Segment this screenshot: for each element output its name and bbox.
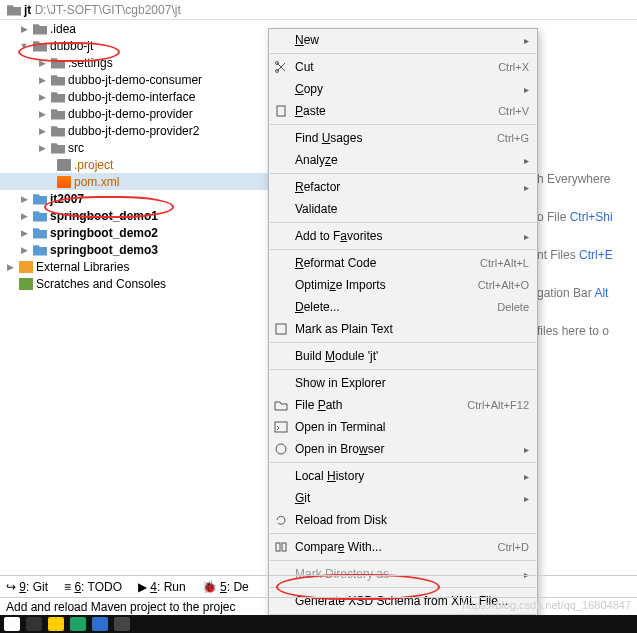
folder-icon <box>274 398 288 412</box>
folder-icon <box>33 23 47 35</box>
tree-node-src[interactable]: src <box>0 139 268 156</box>
taskbar-app-icon[interactable] <box>70 617 86 631</box>
menu-build-module[interactable]: Build Module 'jt' <box>269 345 537 367</box>
taskbar-app-icon[interactable] <box>92 617 108 631</box>
library-icon <box>19 261 33 273</box>
menu-separator <box>270 249 536 250</box>
module-icon <box>33 227 47 239</box>
tree-node-dubbo-jt[interactable]: dubbo-jt <box>0 37 268 54</box>
chevron-right-icon[interactable] <box>4 262 16 272</box>
chevron-down-icon[interactable] <box>18 41 30 51</box>
project-path: D:\JT-SOFT\GIT\cgb2007\jt <box>35 3 181 17</box>
background-hints: h Everywhere o File Ctrl+Shi nt Files Ct… <box>537 160 637 350</box>
menu-validate[interactable]: Validate <box>269 198 537 220</box>
terminal-icon <box>274 420 288 434</box>
tool-window-bar[interactable]: ↪ 9: Git ≡ 6: TODO ▶ 4: Run 🐞 5: De <box>0 575 637 597</box>
chevron-right-icon[interactable] <box>36 92 48 102</box>
scratches-icon <box>19 278 33 290</box>
toolwin-git[interactable]: ↪ 9: Git <box>6 580 48 594</box>
menu-open-browser[interactable]: Open in Browser <box>269 438 537 460</box>
tree-node-sb3[interactable]: springboot_demo3 <box>0 241 268 258</box>
tree-node-consumer[interactable]: dubbo-jt-demo-consumer <box>0 71 268 88</box>
project-name: jt <box>24 3 31 17</box>
taskbar-search-icon[interactable] <box>26 617 42 631</box>
menu-delete[interactable]: Delete...Delete <box>269 296 537 318</box>
menu-cut[interactable]: CutCtrl+X <box>269 56 537 78</box>
chevron-right-icon[interactable] <box>36 126 48 136</box>
svg-rect-7 <box>282 543 286 551</box>
chevron-right-icon[interactable] <box>36 143 48 153</box>
menu-file-path[interactable]: File PathCtrl+Alt+F12 <box>269 394 537 416</box>
menu-show-explorer[interactable]: Show in Explorer <box>269 372 537 394</box>
tree-node-settings[interactable]: .settings <box>0 54 268 71</box>
menu-separator <box>270 53 536 54</box>
scissors-icon <box>274 60 288 74</box>
chevron-right-icon[interactable] <box>18 194 30 204</box>
tree-node-provider[interactable]: dubbo-jt-demo-provider <box>0 105 268 122</box>
toolwin-run[interactable]: ▶ 4: Run <box>138 580 186 594</box>
tree-node-sb1[interactable]: springboot_demo1 <box>0 207 268 224</box>
menu-plain-text[interactable]: Mark as Plain Text <box>269 318 537 340</box>
toolwin-todo[interactable]: ≡ 6: TODO <box>64 580 122 594</box>
svg-point-5 <box>276 444 286 454</box>
menu-new[interactable]: New <box>269 29 537 51</box>
tree-node-pom[interactable]: pom.xml <box>0 173 268 190</box>
project-tree[interactable]: .idea dubbo-jt .settings dubbo-jt-demo-c… <box>0 20 268 292</box>
svg-rect-4 <box>275 422 287 432</box>
taskbar-app-icon[interactable] <box>114 617 130 631</box>
taskbar-app-icon[interactable] <box>48 617 64 631</box>
folder-icon <box>51 125 65 137</box>
folder-icon <box>51 108 65 120</box>
menu-separator <box>270 369 536 370</box>
menu-copy[interactable]: Copy <box>269 78 537 100</box>
menu-find-usages[interactable]: Find UsagesCtrl+G <box>269 127 537 149</box>
menu-reload-disk[interactable]: Reload from Disk <box>269 509 537 531</box>
menu-separator <box>270 342 536 343</box>
menu-refactor[interactable]: Refactor <box>269 176 537 198</box>
menu-separator <box>270 124 536 125</box>
tree-node-scratches[interactable]: Scratches and Consoles <box>0 275 268 292</box>
menu-open-terminal[interactable]: Open in Terminal <box>269 416 537 438</box>
folder-icon <box>51 91 65 103</box>
tree-node-ext-libraries[interactable]: External Libraries <box>0 258 268 275</box>
windows-taskbar[interactable] <box>0 615 637 633</box>
file-icon <box>57 159 71 171</box>
folder-icon <box>51 74 65 86</box>
chevron-right-icon[interactable] <box>18 228 30 238</box>
tree-node-sb2[interactable]: springboot_demo2 <box>0 224 268 241</box>
menu-separator <box>270 533 536 534</box>
chevron-right-icon[interactable] <box>18 24 30 34</box>
module-icon <box>33 193 47 205</box>
diff-icon <box>274 540 288 554</box>
menu-local-history[interactable]: Local History <box>269 465 537 487</box>
tree-node-project-file[interactable]: .project <box>0 156 268 173</box>
menu-paste[interactable]: PasteCtrl+V <box>269 100 537 122</box>
menu-favorites[interactable]: Add to Favorites <box>269 225 537 247</box>
tree-node-idea[interactable]: .idea <box>0 20 268 37</box>
toolwin-debug[interactable]: 🐞 5: De <box>202 580 249 594</box>
svg-rect-6 <box>276 543 280 551</box>
tree-node-interface[interactable]: dubbo-jt-demo-interface <box>0 88 268 105</box>
chevron-right-icon[interactable] <box>36 58 48 68</box>
chevron-right-icon[interactable] <box>18 245 30 255</box>
chevron-right-icon[interactable] <box>18 211 30 221</box>
clipboard-icon <box>274 104 288 118</box>
menu-analyze[interactable]: Analyze <box>269 149 537 171</box>
folder-icon <box>33 40 47 52</box>
project-icon <box>7 4 21 16</box>
menu-reformat[interactable]: Reformat CodeCtrl+Alt+L <box>269 252 537 274</box>
globe-icon <box>274 442 288 456</box>
menu-git[interactable]: Git <box>269 487 537 509</box>
menu-optimize-imports[interactable]: Optimize ImportsCtrl+Alt+O <box>269 274 537 296</box>
windows-start-icon[interactable] <box>4 617 20 631</box>
menu-separator <box>270 462 536 463</box>
menu-separator <box>270 222 536 223</box>
header-bar: jt D:\JT-SOFT\GIT\cgb2007\jt <box>0 0 637 20</box>
chevron-right-icon[interactable] <box>36 109 48 119</box>
tree-node-jt2007[interactable]: jt2007 <box>0 190 268 207</box>
module-icon <box>33 210 47 222</box>
tree-node-provider2[interactable]: dubbo-jt-demo-provider2 <box>0 122 268 139</box>
text-icon <box>274 322 288 336</box>
menu-compare[interactable]: Compare With...Ctrl+D <box>269 536 537 558</box>
chevron-right-icon[interactable] <box>36 75 48 85</box>
